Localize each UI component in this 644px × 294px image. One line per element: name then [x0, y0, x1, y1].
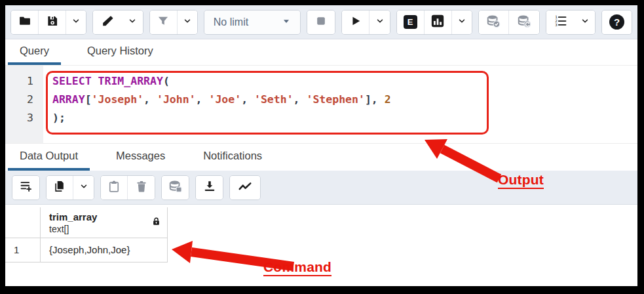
pgadmin-query-tool: No limit E	[5, 5, 637, 286]
download-group	[195, 175, 223, 200]
filter-dropdown-button[interactable]	[178, 10, 197, 34]
copy-dropdown-button[interactable]	[73, 176, 94, 200]
explain-group: E	[396, 10, 472, 35]
save-button[interactable]	[39, 10, 66, 34]
tab-notifications[interactable]: Notifications	[191, 144, 274, 171]
save-data-button[interactable]	[162, 176, 189, 200]
stop-group	[307, 10, 335, 35]
save-dropdown-button[interactable]	[66, 10, 86, 34]
rollback-button[interactable]	[509, 10, 539, 34]
explain-icon: E	[404, 15, 417, 29]
chevron-down-icon	[79, 182, 88, 193]
chevron-down-icon	[183, 16, 192, 28]
edit-button[interactable]	[93, 10, 123, 34]
execute-button[interactable]	[342, 10, 369, 34]
data-output-grid: trim_array text[] 1 {Joseph,John,Joe}	[5, 205, 637, 286]
svg-text:3: 3	[555, 23, 558, 27]
line-number: 2	[5, 91, 43, 109]
code-line: 3 );	[5, 109, 637, 127]
table-row: 1 {Joseph,John,Joe}	[5, 238, 168, 262]
code-line: 2 ARRAY['Joseph', 'John', 'Joe', 'Seth',…	[5, 91, 637, 109]
tab-query-history-label: Query History	[87, 45, 153, 57]
row-limit-select[interactable]: No limit	[204, 10, 301, 34]
edit-button-group	[92, 10, 143, 35]
macros-button[interactable]: 123	[546, 10, 575, 34]
execute-dropdown-button[interactable]	[369, 10, 389, 34]
macros-list-icon: 123	[554, 14, 567, 30]
explain-dropdown-button[interactable]	[452, 10, 472, 34]
help-button[interactable]: ?	[602, 10, 632, 34]
code-line: 1 SELECT TRIM_ARRAY(	[5, 72, 637, 91]
filter-button-group	[149, 10, 198, 35]
row-limit-group: No limit	[204, 10, 301, 35]
copy-group	[46, 175, 94, 200]
paste-clipboard-icon	[107, 180, 121, 195]
add-row-button[interactable]	[12, 176, 39, 200]
delete-row-button[interactable]	[128, 176, 155, 200]
download-icon	[203, 180, 216, 195]
save-icon	[46, 14, 59, 30]
file-button-group	[10, 10, 86, 35]
caret-down-icon	[282, 16, 291, 28]
stop-button[interactable]	[307, 10, 335, 34]
trash-icon	[135, 180, 148, 195]
stop-icon	[314, 14, 328, 30]
chevron-down-icon	[375, 16, 385, 28]
results-table: trim_array text[] 1 {Joseph,John,Joe}	[5, 207, 168, 262]
help-group: ?	[601, 10, 632, 35]
window-frame: No limit E	[0, 0, 644, 294]
chevron-down-icon	[457, 16, 466, 28]
select-all-corner[interactable]	[5, 207, 41, 238]
macros-group: 123	[546, 10, 596, 35]
tab-query-history[interactable]: Query History	[75, 39, 165, 65]
code-text: );	[43, 109, 66, 127]
execute-group	[341, 10, 390, 35]
add-row-group	[12, 175, 40, 200]
edit-pencil-icon	[102, 14, 115, 30]
tab-messages-label: Messages	[116, 150, 165, 162]
line-chart-icon	[238, 179, 252, 196]
lock-icon	[151, 217, 161, 229]
sql-editor[interactable]: 1 SELECT TRIM_ARRAY( 2 ARRAY['Joseph', '…	[5, 66, 637, 143]
copy-button[interactable]	[47, 176, 73, 200]
header-row: trim_array text[]	[5, 207, 168, 238]
macros-dropdown-button[interactable]	[575, 10, 595, 34]
column-header-trim-array[interactable]: trim_array text[]	[41, 207, 168, 238]
code-area: 1 SELECT TRIM_ARRAY( 2 ARRAY['Joseph', '…	[5, 72, 637, 127]
tab-data-output-label: Data Output	[20, 150, 78, 162]
graph-visualiser-button[interactable]	[230, 176, 260, 200]
paste-group	[100, 175, 155, 200]
commit-icon	[486, 14, 501, 30]
play-icon	[349, 14, 362, 30]
save-data-group	[161, 175, 189, 200]
save-data-icon	[168, 179, 183, 196]
row-value-cell[interactable]: {Joseph,John,Joe}	[41, 238, 168, 262]
chevron-down-icon	[71, 16, 81, 28]
edit-dropdown-button[interactable]	[123, 10, 142, 34]
paste-button[interactable]	[101, 176, 128, 200]
rollback-icon	[517, 14, 531, 30]
filter-button[interactable]	[150, 10, 178, 34]
tab-query[interactable]: Query	[8, 39, 61, 65]
explain-analyze-icon	[430, 14, 445, 30]
row-number-cell[interactable]: 1	[5, 238, 41, 262]
commit-button[interactable]	[479, 10, 509, 34]
results-toolbar	[5, 171, 637, 205]
chevron-down-icon	[580, 16, 590, 28]
tab-data-output[interactable]: Data Output	[8, 144, 90, 171]
line-number: 3	[5, 109, 43, 127]
line-number: 1	[5, 72, 43, 91]
download-button[interactable]	[196, 176, 223, 200]
transaction-group	[478, 10, 540, 35]
add-row-icon	[20, 180, 33, 195]
explain-button[interactable]: E	[397, 10, 425, 34]
explain-analyze-button[interactable]	[425, 10, 452, 34]
open-file-button[interactable]	[11, 10, 39, 34]
chevron-down-icon	[128, 16, 137, 28]
tab-messages[interactable]: Messages	[104, 144, 177, 171]
tab-query-label: Query	[20, 45, 49, 57]
open-file-icon	[18, 14, 31, 30]
help-icon: ?	[609, 14, 624, 30]
chart-group	[229, 175, 261, 200]
tab-notifications-label: Notifications	[203, 150, 262, 162]
